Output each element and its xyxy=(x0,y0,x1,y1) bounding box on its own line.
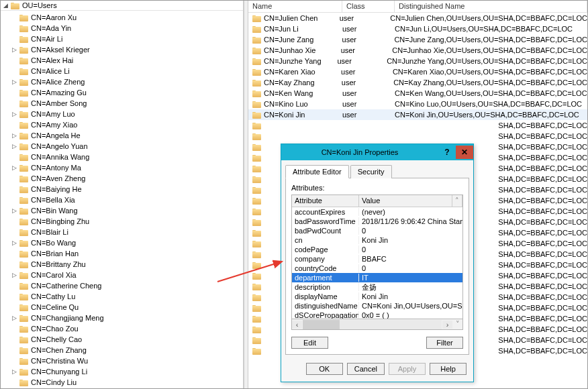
tree-item-label: CN=Catherine Cheng xyxy=(31,282,101,290)
expand-icon[interactable]: ▷ xyxy=(11,164,17,171)
tree-item[interactable]: CN=Amazing Gu xyxy=(3,87,243,98)
ok-button[interactable]: OK xyxy=(306,363,343,375)
tree-item[interactable]: CN=Chelly Cao xyxy=(3,334,243,345)
list-row[interactable]: SHA,DC=BBAFC,DC=LOC xyxy=(248,131,587,142)
help-button[interactable]: Help xyxy=(430,363,467,375)
attribute-row[interactable]: departmentIT xyxy=(292,273,462,282)
tab-attribute-editor[interactable]: Attribute Editor xyxy=(285,165,349,178)
list-row[interactable]: CN=Ken WanguserCN=Ken Wang,OU=Users,OU=S… xyxy=(248,88,587,99)
expand-icon[interactable]: ▷ xyxy=(11,111,17,117)
tree-item[interactable]: CN=Alice Li xyxy=(3,66,243,76)
tree-item[interactable]: CN=Ada Yin xyxy=(3,23,243,34)
tree-item[interactable]: CN=Catherine Cheng xyxy=(3,280,243,291)
scroll-down-icon[interactable]: ˅ xyxy=(452,320,462,329)
attribute-row[interactable]: cnKoni Jin xyxy=(292,235,462,245)
list-row[interactable]: CN=Junzhe YanguserCN=Junzhe Yang,OU=User… xyxy=(248,56,587,66)
attribute-row[interactable]: accountExpires(never) xyxy=(292,207,462,217)
attr-value: (never) xyxy=(359,208,462,216)
expand-icon[interactable]: ▷ xyxy=(11,239,17,246)
tree-item[interactable]: ▷CN=Changjiang Meng xyxy=(3,313,243,323)
tree-item[interactable]: CN=Amber Song xyxy=(3,98,243,109)
attribute-row[interactable]: companyBBAFC xyxy=(292,254,462,264)
cell-class: user xyxy=(337,57,387,65)
tree-item[interactable]: CN=Cindy Liu xyxy=(3,377,243,386)
header-name[interactable]: Name xyxy=(248,1,342,12)
header-dn[interactable]: Distinguished Name xyxy=(395,1,587,12)
scroll-up-icon[interactable]: ˄ xyxy=(452,195,462,207)
tree-item[interactable]: CN=Chao Zou xyxy=(3,323,243,334)
col-attribute[interactable]: Attribute xyxy=(292,195,359,207)
col-value[interactable]: Value xyxy=(359,195,452,207)
tab-security[interactable]: Security xyxy=(350,165,392,178)
tree-item-label: CN=Baiying He xyxy=(31,185,82,193)
attribute-row[interactable]: badPasswordTime2018/11/26 9:06:42 China … xyxy=(292,217,462,226)
tree-item[interactable]: ▷CN=Alice Zheng xyxy=(3,76,243,87)
attribute-row[interactable]: codePage0 xyxy=(292,245,462,254)
tree-item[interactable]: CN=Cathy Lu xyxy=(3,291,243,302)
tree-item[interactable]: CN=Christina Wu xyxy=(3,355,243,366)
tree-item[interactable]: ▷CN=Chunyang Li xyxy=(3,366,243,377)
attribute-row[interactable]: dSCorePropagationD...0x0 = ( ) xyxy=(292,311,462,319)
scroll-thumb[interactable] xyxy=(303,320,340,329)
expand-icon[interactable]: ▷ xyxy=(11,143,17,150)
close-icon[interactable]: ✕ xyxy=(456,146,473,159)
tree-item[interactable]: ▷CN=Bin Wang xyxy=(3,205,243,216)
expand-icon[interactable]: ▷ xyxy=(11,368,17,375)
tree-item[interactable]: CN=Alex Hai xyxy=(3,55,243,66)
expand-icon[interactable]: ▷ xyxy=(11,272,17,278)
tree-item[interactable]: CN=Brittany Zhu xyxy=(3,259,243,270)
scroll-right-icon[interactable]: › xyxy=(442,321,452,329)
tree-item[interactable]: CN=Celine Qu xyxy=(3,302,243,313)
attribute-row[interactable]: badPwdCount0 xyxy=(292,226,462,235)
tree-item[interactable]: CN=Blair Li xyxy=(3,227,243,237)
tree-item[interactable]: CN=Aaron Xu xyxy=(3,12,243,23)
expand-icon[interactable]: ▷ xyxy=(11,207,17,214)
list-row[interactable]: CN=Kino LuouserCN=Kino Luo,OU=Users,OU=S… xyxy=(248,99,587,109)
tree-item[interactable]: CN=Baiying He xyxy=(3,184,243,194)
tree-item[interactable]: CN=Amy Xiao xyxy=(3,119,243,130)
list-row[interactable]: CN=Junhao XieuserCN=Junhao Xie,OU=Users,… xyxy=(248,45,587,56)
tree-root[interactable]: ◢ OU=Users xyxy=(1,1,243,11)
splitter[interactable] xyxy=(244,1,248,388)
list-row[interactable]: SHA,DC=BBAFC,DC=LOC xyxy=(248,120,587,131)
collapse-icon[interactable]: ◢ xyxy=(3,2,8,9)
scroll-left-icon[interactable]: ‹ xyxy=(292,321,302,329)
folder-icon xyxy=(252,186,261,194)
tree-item[interactable]: ▷CN=Antony Ma xyxy=(3,162,243,173)
tree-item[interactable]: ▷CN=Carol Xia xyxy=(3,270,243,280)
edit-button[interactable]: Edit xyxy=(291,337,328,349)
h-scrollbar[interactable]: ‹ › ˅ xyxy=(292,319,462,329)
dialog-titlebar[interactable]: CN=Koni Jin Properties ? ✕ xyxy=(281,144,473,160)
tree-item[interactable]: ▷CN=Bo Wang xyxy=(3,237,243,248)
list-row[interactable]: CN=Koni JinuserCN=Koni Jin,OU=Users,OU=S… xyxy=(248,109,587,120)
attribute-row[interactable]: description金扬 xyxy=(292,282,462,292)
list-row[interactable]: CN=Julien ChenuserCN=Julien Chen,OU=User… xyxy=(248,13,587,23)
tree-item[interactable]: CN=Chen Zhang xyxy=(3,345,243,355)
tree-item[interactable]: CN=Air Li xyxy=(3,34,243,44)
expand-icon[interactable]: ▷ xyxy=(11,132,17,139)
expand-icon[interactable]: ▷ xyxy=(11,46,17,53)
expand-icon[interactable]: ▷ xyxy=(11,78,17,85)
expand-icon[interactable]: ▷ xyxy=(11,315,17,321)
attribute-row[interactable]: distinguishedNameCN=Koni Jin,OU=Users,OU… xyxy=(292,301,462,311)
cancel-button[interactable]: Cancel xyxy=(347,363,385,375)
header-class[interactable]: Class xyxy=(342,1,395,12)
tree-item[interactable]: ▷CN=Amy Luo xyxy=(3,109,243,119)
attribute-row[interactable]: countryCode0 xyxy=(292,264,462,273)
list-row[interactable]: CN=Kay ZhanguserCN=Kay Zhang,OU=Users,OU… xyxy=(248,77,587,88)
tree-item[interactable]: ▷CN=Angelo Yuan xyxy=(3,141,243,152)
tree-item[interactable]: CN=Annika Wang xyxy=(3,152,243,162)
tree-item[interactable]: CN=Bella Xia xyxy=(3,194,243,205)
filter-button[interactable]: Filter xyxy=(426,337,463,349)
tree-item[interactable]: CN=Bingbing Zhu xyxy=(3,216,243,227)
attribute-row[interactable]: displayNameKoni Jin xyxy=(292,292,462,301)
tree-item[interactable]: CN=Brian Han xyxy=(3,248,243,259)
tree-item[interactable]: ▷CN=Aksel Krieger xyxy=(3,44,243,55)
list-row[interactable]: CN=Jun LiuserCN=Jun Li,OU=Users,OU=SHA,D… xyxy=(248,23,587,34)
list-row[interactable]: CN=Karen XiaouserCN=Karen Xiao,OU=Users,… xyxy=(248,66,587,77)
help-icon[interactable]: ? xyxy=(438,146,456,159)
tree-item[interactable]: CN=Aven Zheng xyxy=(3,173,243,184)
list-row[interactable]: CN=June ZanguserCN=June Zang,OU=Users,OU… xyxy=(248,34,587,45)
cell-dn: CN=Junhao Xie,OU=Users,OU=SHA,DC=BBAFC,D… xyxy=(392,46,587,54)
tree-item[interactable]: ▷CN=Angela He xyxy=(3,130,243,141)
